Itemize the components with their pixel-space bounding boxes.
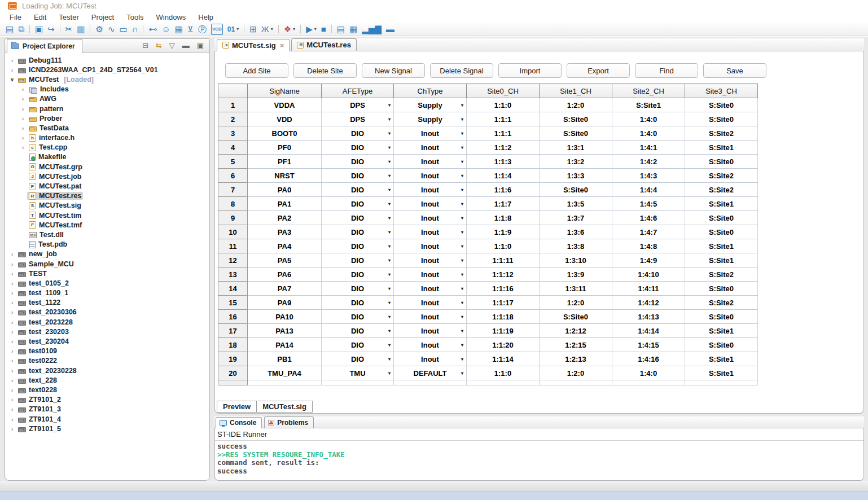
monitor-icon[interactable]: ▭ (117, 24, 129, 35)
cell-afetype[interactable]: DIO▾ (322, 141, 394, 155)
dropdown-caret-icon[interactable]: ▾ (461, 300, 463, 305)
cell-site1-ch[interactable]: 1:3:10 (540, 253, 612, 267)
tree-item-sample-mcu[interactable]: ›Sample_MCU (5, 259, 209, 269)
cell-site1-ch[interactable]: 1:2:15 (540, 338, 612, 352)
save-button[interactable]: Save (703, 63, 766, 78)
paste-icon[interactable]: ▥ (74, 24, 87, 35)
cell-afetype[interactable]: DIO▾ (322, 155, 394, 169)
cell-afetype[interactable]: DIO▾ (322, 253, 394, 267)
cell-site1-ch[interactable]: 1:3:2 (540, 155, 612, 169)
dropdown-caret-icon[interactable]: ▾ (388, 286, 391, 291)
tree-item-zt9101-5[interactable]: ›ZT9101_5 (5, 424, 209, 433)
find-button[interactable]: Find (635, 63, 698, 78)
cell-signame[interactable]: PA6 (248, 267, 322, 282)
tree-item-test0222[interactable]: ›test0222 (5, 356, 209, 366)
dropdown-caret-icon[interactable]: ▾ (461, 343, 463, 348)
cell-site3-ch[interactable]: S:Site0 (685, 155, 758, 169)
cell-site1-ch[interactable]: 1:3:7 (540, 211, 612, 225)
row-number[interactable]: 16 (218, 310, 248, 324)
cell-afetype[interactable]: DIO▾ (322, 310, 394, 324)
dropdown-caret-icon[interactable]: ▾ (271, 27, 273, 32)
cell-signame[interactable]: TMU_PA4 (248, 366, 322, 380)
cell-site3-ch[interactable]: S:Site1 (685, 324, 758, 338)
tree-item-awg[interactable]: ›AWG (5, 94, 209, 104)
dropdown-caret-icon[interactable]: ▾ (461, 103, 463, 108)
ruler-icon[interactable]: ▬ (384, 24, 397, 35)
cell-chtype[interactable]: Inout▾ (394, 141, 467, 155)
cell-chtype[interactable]: DEFAULT▾ (394, 366, 467, 380)
expand-chevron-icon[interactable]: › (19, 144, 27, 151)
dropdown-caret-icon[interactable]: ▾ (461, 286, 463, 291)
cell-site2-ch[interactable]: 1:4:9 (612, 253, 685, 267)
tree-item-zt9101-2[interactable]: ›ZT9101_2 (5, 395, 209, 405)
calculator-icon[interactable]: ▦ (173, 24, 185, 35)
cell-site2-ch[interactable]: 1:4:0 (612, 126, 685, 141)
tree-item-text0228[interactable]: ›text0228 (5, 385, 209, 394)
schedule-window-icon[interactable]: ⊞ (247, 24, 259, 35)
tree-item-new-job[interactable]: ›new_job (5, 249, 209, 259)
cell-site3-ch[interactable]: S:Site2 (685, 169, 758, 183)
cell-site1-ch[interactable]: 1:2:0 (540, 98, 612, 112)
dropdown-caret-icon[interactable]: ▾ (461, 357, 463, 362)
tree-item-mcutest-grp[interactable]: GMCUTest.grp (5, 162, 209, 172)
cell-site0-ch[interactable]: 1:1:14 (467, 352, 540, 366)
cell-afetype[interactable]: TMU▾ (322, 366, 394, 380)
binary-01-button[interactable]: 01▾ (225, 24, 241, 35)
cell-site0-ch[interactable]: 1:1:1 (467, 112, 540, 126)
tree-item-test-cpp[interactable]: ›cTest.cpp (5, 143, 209, 152)
dropdown-caret-icon[interactable]: ▾ (461, 159, 463, 164)
cell-site2-ch[interactable]: 1:4:0 (612, 112, 685, 126)
cell-afetype[interactable]: DIO▾ (322, 211, 394, 225)
row-number[interactable]: 8 (218, 197, 248, 211)
cell-site1-ch[interactable]: 1:3:8 (540, 239, 612, 253)
row-number[interactable]: 17 (218, 324, 248, 338)
cell-signame[interactable]: PA14 (248, 338, 322, 352)
expand-chevron-icon[interactable]: › (8, 387, 16, 393)
cell-site2-ch[interactable]: 1:4:16 (612, 352, 685, 366)
cell-chtype[interactable]: Inout▾ (394, 126, 467, 141)
dropdown-caret-icon[interactable]: ▾ (461, 258, 463, 263)
cell-site3-ch[interactable]: S:Site2 (685, 126, 758, 141)
row-number[interactable]: 14 (218, 282, 248, 296)
expand-chevron-icon[interactable]: › (19, 106, 27, 112)
menu-tester[interactable]: Tester (52, 13, 85, 21)
cell-chtype[interactable]: Inout▾ (394, 324, 467, 338)
cell-chtype[interactable]: Inout▾ (394, 352, 467, 366)
cell-site0-ch[interactable]: 1:1:3 (467, 155, 540, 169)
cell-chtype[interactable]: Inout▾ (394, 310, 467, 324)
cell-site2-ch[interactable]: 1:4:14 (612, 324, 685, 338)
cell-afetype[interactable]: DIO▾ (322, 183, 394, 197)
dropdown-caret-icon[interactable]: ▾ (388, 357, 391, 362)
row-number[interactable]: 20 (218, 366, 248, 380)
cell-site1-ch[interactable]: 1:3:9 (540, 267, 612, 282)
cell-signame[interactable]: PA9 (248, 296, 322, 310)
dropdown-caret-icon[interactable]: ▾ (461, 371, 463, 376)
dropdown-caret-icon[interactable]: ▾ (388, 159, 391, 164)
cell-signame[interactable]: PA10 (248, 310, 322, 324)
pattern-p-icon[interactable]: Ⓟ (196, 24, 209, 35)
cell-site3-ch[interactable]: S:Site0 (685, 338, 758, 352)
cell-site1-ch[interactable]: S:Site0 (540, 310, 612, 324)
tree-item-interface-h[interactable]: ›hinterface.h (5, 133, 209, 143)
run-icon[interactable]: ▶▾ (304, 24, 319, 35)
menu-windows[interactable]: Windows (150, 13, 192, 21)
expand-chevron-icon[interactable]: › (8, 290, 16, 296)
new-file-icon[interactable]: ▤ (3, 24, 16, 35)
expand-chevron-icon[interactable]: ∨ (8, 77, 16, 82)
row-number[interactable]: 12 (218, 253, 248, 267)
cell-site2-ch[interactable]: 1:4:11 (612, 282, 685, 296)
cell-afetype[interactable]: DIO▾ (322, 267, 394, 282)
cell-site0-ch[interactable]: 1:1:20 (467, 338, 540, 352)
cell-site3-ch[interactable]: S:Site0 (685, 225, 758, 239)
dropdown-caret-icon[interactable]: ▾ (461, 173, 463, 178)
dropdown-caret-icon[interactable]: ▾ (461, 131, 463, 136)
expand-chevron-icon[interactable]: › (8, 57, 16, 64)
tree-item-mcutest-tmf[interactable]: FMCUTest.tmf (5, 220, 209, 230)
cell-site3-ch[interactable]: S:Site0 (685, 211, 758, 225)
tree-item-text-20230228[interactable]: ›text_20230228 (5, 366, 209, 375)
tree-item-test[interactable]: ›TEST (5, 269, 209, 278)
cell-chtype[interactable]: Inout▾ (394, 169, 467, 183)
cell-site1-ch[interactable]: 1:3:6 (540, 225, 612, 239)
editor-tab-mcutest-res[interactable]: .RMCUTest.res (291, 38, 357, 51)
cell-site0-ch[interactable]: 1:1:0 (467, 98, 540, 112)
